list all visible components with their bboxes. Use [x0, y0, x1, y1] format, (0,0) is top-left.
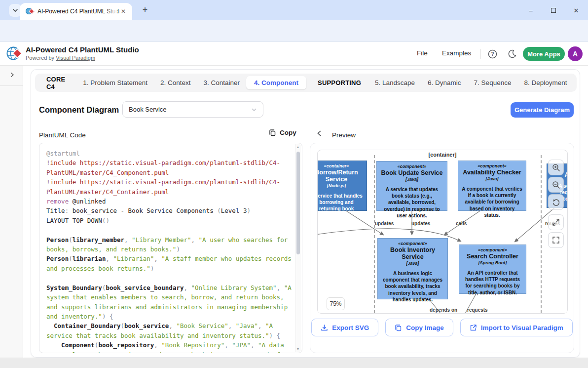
main-card: CORE C4 1. Problem Statement 2. Context … — [31, 69, 580, 358]
tab-context[interactable]: 2. Context — [154, 79, 197, 86]
window-maximize-button[interactable] — [547, 5, 560, 16]
preview-panel-title: Preview — [332, 131, 356, 139]
edge-label: depends on — [430, 307, 457, 313]
expand-arrows-icon — [552, 218, 560, 226]
edge-label: requests — [467, 307, 488, 313]
preview-actions: Export SVG Copy Image Import to Visual P… — [310, 319, 574, 336]
menu-file[interactable]: File — [417, 49, 428, 57]
tab-landscape[interactable]: 5. Landscape — [368, 79, 421, 86]
zoom-out-icon — [552, 181, 560, 189]
zoom-in-icon — [552, 164, 560, 172]
help-icon: ? — [488, 49, 497, 59]
browser-tab[interactable]: AI-Powered C4 PlantUML Studio ✕ — [20, 3, 132, 20]
code-scrollbar-thumb[interactable] — [296, 152, 300, 254]
tab-container[interactable]: 3. Container — [197, 79, 246, 86]
workspace: CORE C4 1. Problem Statement 2. Context … — [0, 66, 588, 358]
browser-tab-strip: AI-Powered C4 PlantUML Studio ✕ + – ✕ — [0, 0, 588, 20]
sidebar-expand-button[interactable] — [7, 70, 17, 80]
scroll-down-arrow-icon[interactable]: ▼ — [296, 347, 300, 351]
chevron-right-icon — [9, 72, 15, 78]
chevron-down-icon — [251, 107, 257, 113]
visual-paradigm-link[interactable]: Visual Paradigm — [56, 55, 95, 61]
edge-label: updates — [375, 221, 394, 226]
powered-by: Powered by Visual Paradigm — [26, 55, 95, 61]
edge-label: calls — [456, 221, 467, 226]
zoom-level-badge: 75% — [327, 297, 345, 310]
tab-problem-statement[interactable]: 1. Problem Statement — [76, 79, 154, 86]
fullscreen-button[interactable] — [548, 232, 564, 248]
tab-component[interactable]: 4. Component — [246, 76, 306, 89]
site-favicon-icon — [26, 7, 34, 15]
code-scrollbar[interactable]: ▲ ▼ — [295, 144, 301, 352]
tab-group-core: CORE C4 — [39, 76, 73, 90]
dark-mode-toggle[interactable] — [507, 48, 517, 59]
chevron-left-icon — [317, 130, 322, 136]
menu-examples[interactable]: Examples — [442, 49, 471, 57]
copy-icon — [395, 324, 402, 331]
tab-close-icon[interactable]: ✕ — [119, 7, 127, 15]
zoom-reset-button[interactable] — [548, 194, 564, 210]
tab-deployment[interactable]: 8. Deployment — [517, 79, 573, 86]
external-link-icon — [470, 324, 477, 331]
diagram-node-book_inventory_service: «component»Book Inventory Service[Java]A… — [377, 238, 448, 299]
generate-diagram-button[interactable]: Generate Diagram — [511, 102, 574, 118]
browser-toolbar: ai-toolbox.visual-paradigm.com/app/ai-po… — [0, 20, 588, 42]
expand-button[interactable] — [548, 214, 564, 230]
chevron-down-icon — [12, 7, 18, 13]
import-to-visual-paradigm-button[interactable]: Import to Visual Paradigm — [460, 319, 573, 336]
tab-sequence[interactable]: 7. Sequence — [468, 79, 518, 86]
app-title: AI-Powered C4 PlantUML Studio — [26, 45, 139, 54]
diagram-select-value: Book Service — [129, 106, 167, 113]
tab-dynamic[interactable]: 6. Dynamic — [421, 79, 468, 86]
left-sidebar — [0, 66, 23, 358]
step-tabbar: CORE C4 1. Problem Statement 2. Context … — [35, 74, 577, 92]
edge-label: updates — [411, 221, 430, 226]
copy-image-button[interactable]: Copy Image — [385, 319, 453, 336]
collapse-preview-button[interactable] — [315, 129, 323, 137]
code-content[interactable]: @startuml!include https://static.visual-… — [39, 143, 295, 353]
scroll-up-arrow-icon[interactable]: ▲ — [296, 145, 300, 149]
download-icon — [321, 324, 328, 331]
diagram-node-search_controller: «component»Search Controller[Spring Boot… — [459, 245, 526, 294]
window-minimize-button[interactable]: – — [524, 5, 538, 16]
more-apps-button[interactable]: More Apps — [523, 47, 565, 61]
moon-icon — [508, 49, 516, 58]
reset-icon — [552, 198, 560, 206]
diagram-node-book_update_service: «component»Book Update Service[Java]A se… — [376, 161, 447, 211]
diagram-node-borrow_return_service: «container»Borrow/Return Service[Node.js… — [317, 161, 367, 211]
export-svg-button[interactable]: Export SVG — [311, 319, 378, 336]
diagram-node-availability_checker: «component»Availability Checker[Java]A c… — [458, 161, 526, 211]
page-title: Component Diagram — [39, 105, 119, 115]
new-tab-button[interactable]: + — [139, 4, 151, 16]
help-button[interactable]: ? — [487, 48, 498, 59]
app-avatar[interactable]: A — [568, 46, 583, 61]
app-header: AI-Powered C4 PlantUML Studio Powered by… — [0, 42, 588, 66]
page-bottom-strip — [0, 358, 588, 368]
tab-group-supporting: SUPPORTING — [310, 79, 368, 86]
diagram-canvas[interactable]: [container] — [317, 150, 568, 314]
fullscreen-brackets-icon — [552, 236, 560, 244]
code-panel-title: PlantUML Code — [39, 131, 86, 139]
visual-paradigm-logo — [6, 45, 23, 62]
copy-code-button[interactable]: Copy — [269, 129, 296, 136]
copy-icon — [269, 129, 276, 136]
preview-card: [container] — [310, 143, 574, 353]
diagram-select[interactable]: Book Service — [122, 101, 263, 118]
window-close-button[interactable]: ✕ — [569, 5, 583, 16]
zoom-out-button[interactable] — [548, 177, 564, 193]
svg-text:?: ? — [491, 51, 494, 57]
plantuml-code-editor[interactable]: @startuml!include https://static.visual-… — [39, 143, 302, 353]
zoom-in-button[interactable] — [548, 160, 564, 175]
